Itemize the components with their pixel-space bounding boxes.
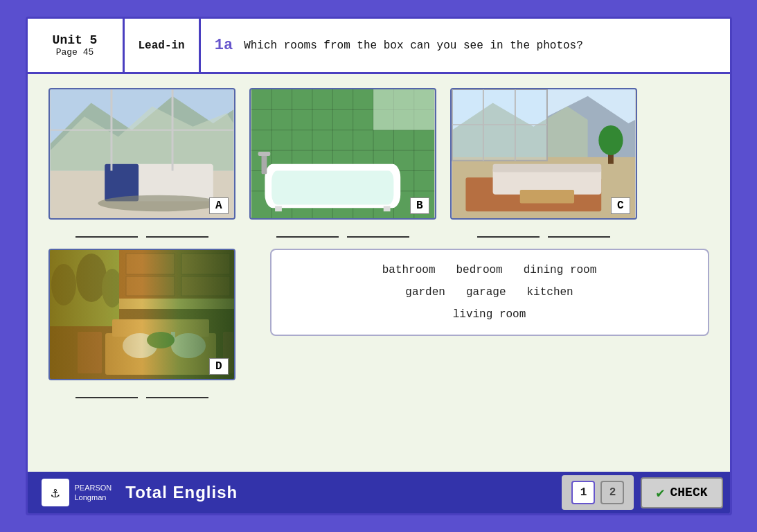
answer-lines-a [75, 228, 208, 238]
answer-line-d1[interactable] [75, 389, 138, 398]
app-title: Total English [118, 483, 562, 502]
page-buttons: 1 2 [562, 475, 634, 510]
svg-rect-25 [373, 89, 434, 130]
svg-rect-62 [157, 332, 161, 342]
svg-rect-55 [126, 276, 175, 296]
word-bedroom[interactable]: bedroom [456, 264, 502, 276]
word-garden[interactable]: garden [405, 286, 445, 299]
answer-lines-d [75, 389, 208, 398]
photo-frame-b: B [249, 88, 436, 220]
photos-row-top: A [48, 88, 709, 238]
question-area: 1a Which rooms from the box can you see … [201, 19, 730, 72]
word-garage[interactable]: garage [466, 286, 506, 299]
word-row-3: living room [453, 308, 526, 321]
answer-line-b1[interactable] [276, 228, 339, 238]
page-btn-1[interactable]: 1 [571, 481, 595, 504]
photo-d-image [50, 250, 235, 380]
svg-rect-38 [492, 164, 601, 172]
svg-rect-28 [261, 154, 267, 174]
answer-line-a2[interactable] [146, 228, 208, 238]
check-icon: ✔ [656, 484, 664, 502]
answer-lines-b [276, 228, 409, 238]
check-button[interactable]: ✔ CHECK [641, 477, 722, 508]
svg-rect-29 [258, 152, 270, 156]
photo-label-d: D [209, 358, 229, 375]
logo-line1: PEARSON [75, 483, 112, 493]
check-label: CHECK [670, 486, 707, 499]
svg-rect-27 [271, 170, 393, 204]
photo-c-image [452, 89, 636, 218]
svg-rect-56 [181, 276, 230, 296]
photo-a-image [50, 89, 234, 218]
photo-frame-a: A [48, 88, 235, 220]
logo-ship-icon: ⚓ [51, 484, 59, 502]
photo-item-b: B [249, 88, 436, 238]
svg-rect-59 [112, 319, 209, 337]
logo-icon: ⚓ [42, 479, 69, 506]
logo-line2: Longman [75, 493, 112, 502]
word-box: bathroom bedroom dining room garden gara… [270, 249, 709, 336]
word-bathroom[interactable]: bathroom [382, 264, 436, 276]
svg-rect-46 [50, 250, 235, 380]
svg-rect-48 [50, 250, 119, 326]
svg-point-51 [102, 269, 123, 308]
word-dining-room[interactable]: dining room [524, 264, 597, 276]
photo-frame-d: D [48, 249, 235, 380]
photo-label-b: B [410, 197, 429, 214]
svg-rect-6 [105, 164, 139, 202]
word-living-room[interactable]: living room [453, 308, 526, 321]
answer-line-c1[interactable] [477, 228, 540, 238]
unit-page: Page 45 [56, 47, 94, 57]
svg-rect-31 [383, 206, 390, 211]
svg-point-50 [76, 254, 107, 302]
unit-info: Unit 5 Page 45 [28, 19, 125, 72]
answer-line-d2[interactable] [146, 389, 208, 398]
svg-rect-30 [275, 206, 282, 211]
photo-item-a: A [48, 88, 235, 238]
header: Unit 5 Page 45 Lead-in 1a Which rooms fr… [28, 19, 730, 74]
logo-text: PEARSON Longman [75, 483, 112, 503]
answer-line-c2[interactable] [548, 228, 610, 238]
svg-rect-54 [181, 254, 230, 274]
unit-title: Unit 5 [53, 33, 98, 47]
logo-area: ⚓ PEARSON Longman [35, 476, 119, 509]
word-row-2: garden garage kitchen [405, 286, 573, 299]
svg-point-49 [51, 264, 76, 305]
svg-point-61 [171, 333, 206, 358]
section-label: Lead-in [125, 19, 201, 72]
question-number: 1a [215, 37, 233, 54]
svg-rect-52 [119, 250, 235, 299]
photo-item-c: C [450, 88, 637, 238]
svg-rect-63 [171, 332, 175, 342]
photo-label-c: C [611, 197, 630, 214]
svg-rect-47 [50, 250, 119, 326]
photo-b-image [251, 89, 435, 218]
word-row-1: bathroom bedroom dining room [382, 264, 597, 276]
photo-frame-c: C [450, 88, 637, 220]
svg-point-7 [98, 195, 220, 211]
answer-line-b2[interactable] [347, 228, 409, 238]
svg-point-40 [598, 125, 623, 155]
svg-rect-57 [119, 299, 235, 309]
question-text: Which rooms from the box can you see in … [244, 37, 583, 54]
word-kitchen[interactable]: kitchen [527, 286, 573, 299]
svg-point-60 [123, 333, 157, 358]
answer-lines-c [477, 228, 610, 238]
answer-line-a1[interactable] [75, 228, 138, 238]
svg-rect-41 [519, 190, 573, 204]
page-btn-2[interactable]: 2 [600, 481, 624, 504]
second-row: D bathroom bedroom dining room garden ga… [48, 249, 709, 398]
svg-rect-64 [78, 332, 102, 373]
main-content: A [28, 74, 730, 472]
svg-rect-53 [126, 254, 175, 274]
footer: ⚓ PEARSON Longman Total English 1 2 ✔ CH… [28, 472, 730, 513]
svg-rect-58 [105, 333, 216, 375]
page-container: Unit 5 Page 45 Lead-in 1a Which rooms fr… [26, 17, 732, 515]
svg-point-66 [147, 332, 175, 348]
photo-label-a: A [209, 197, 229, 214]
photo-item-d: D [48, 249, 235, 398]
